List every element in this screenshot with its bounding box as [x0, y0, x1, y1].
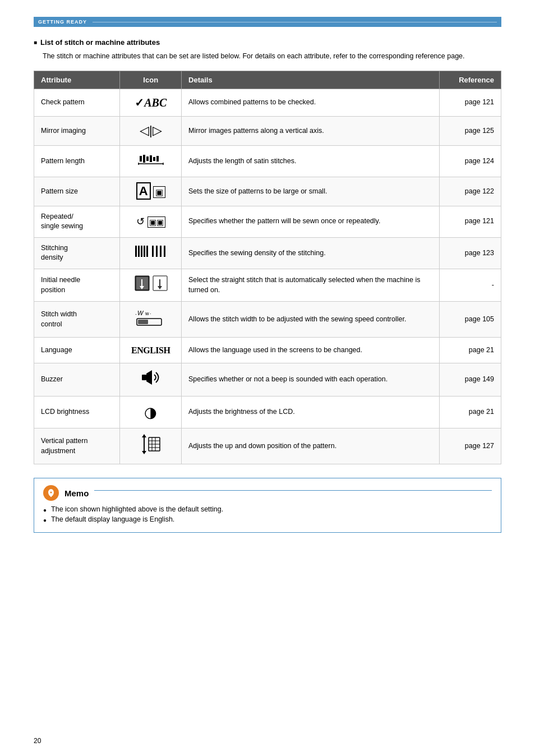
attribute-cell: Check pattern	[34, 89, 120, 116]
svg-rect-4	[153, 157, 155, 161]
memo-items: ●The icon shown highlighted above is the…	[43, 505, 492, 523]
pattern-size-icon: A▣	[120, 177, 182, 206]
svg-text:w: w	[145, 311, 149, 316]
stitching-density-icon	[120, 237, 182, 269]
reference-cell: -	[440, 269, 501, 301]
svg-rect-0	[140, 156, 142, 162]
svg-marker-36	[142, 451, 146, 454]
attribute-cell: Stitch widthcontrol	[34, 302, 120, 338]
details-cell: Adjusts the brightness of the LCD.	[182, 396, 440, 428]
table-row: Buzzer Specifies whether or not a beep i…	[34, 363, 501, 396]
attribute-cell: Repeated/single sewing	[34, 206, 120, 237]
memo-bullet: ●	[43, 507, 47, 513]
svg-rect-16	[160, 246, 162, 257]
attribute-cell: Language	[34, 338, 120, 363]
mirror-imaging-icon: ◁|▷	[120, 116, 182, 145]
vertical-pattern-icon	[120, 428, 182, 464]
memo-bullet: ●	[43, 517, 47, 523]
reference-cell: page 105	[440, 302, 501, 338]
page-container: GETTING READY List of stitch or machine …	[0, 0, 535, 756]
attribute-cell: Pattern size	[34, 177, 120, 206]
col-header-icon: Icon	[120, 71, 182, 89]
repeated-single-icon: ↺ ▣▣	[120, 206, 182, 237]
reference-cell: page 121	[440, 89, 501, 116]
details-cell: Adjusts the up and down position of the …	[182, 428, 440, 464]
buzzer-icon	[120, 363, 182, 396]
reference-cell: page 149	[440, 363, 501, 396]
check-pattern-icon: ✓ABC	[120, 89, 182, 116]
table-row: Pattern sizeA▣Sets the size of patterns …	[34, 177, 501, 206]
page-number: 20	[34, 737, 41, 745]
reference-cell: page 123	[440, 237, 501, 269]
language-icon: ENGLISH	[120, 338, 182, 363]
top-bar-text: GETTING READY	[38, 19, 87, 25]
table-row: Stitch widthcontrol · W w · Allows the s…	[34, 302, 501, 338]
svg-rect-10	[138, 246, 140, 257]
attribute-cell: Mirror imaging	[34, 116, 120, 145]
svg-rect-14	[152, 246, 154, 257]
reference-cell: page 21	[440, 396, 501, 428]
svg-rect-5	[156, 156, 159, 162]
svg-marker-34	[142, 434, 146, 437]
table-row: Check pattern✓ABCAllows combined pattern…	[34, 89, 501, 116]
reference-cell: page 125	[440, 116, 501, 145]
svg-rect-17	[164, 246, 165, 257]
section-title: List of stitch or machine attributes	[34, 38, 501, 47]
svg-text:·: ·	[150, 311, 151, 316]
table-row: Repeated/single sewing↺ ▣▣Specifies whet…	[34, 206, 501, 237]
memo-item: ●The icon shown highlighted above is the…	[43, 505, 492, 513]
svg-point-43	[50, 492, 52, 494]
details-cell: Specifies the sewing density of the stit…	[182, 237, 440, 269]
details-cell: Allows the language used in the screens …	[182, 338, 440, 363]
details-cell: Allows the stitch width to be adjusted w…	[182, 302, 440, 338]
details-cell: Allows combined patterns to be checked.	[182, 89, 440, 116]
svg-rect-11	[141, 246, 142, 257]
reference-cell: page 124	[440, 145, 501, 177]
top-bar: GETTING READY	[34, 17, 501, 27]
svg-rect-12	[144, 246, 145, 257]
pattern-length-icon	[120, 145, 182, 177]
svg-text:·: ·	[135, 311, 137, 317]
svg-marker-32	[146, 370, 152, 385]
details-cell: Adjusts the length of satin stitches.	[182, 145, 440, 177]
initial-needle-icon	[120, 269, 182, 301]
intro-text: The stitch or machine attributes that ca…	[43, 51, 501, 62]
lcd-brightness-icon: ◑	[120, 396, 182, 428]
table-row: LCD brightness◑Adjusts the brightness of…	[34, 396, 501, 428]
memo-text: The default display language is English.	[51, 515, 174, 523]
table-row: Initial needleposition Select the straig…	[34, 269, 501, 301]
svg-rect-13	[146, 246, 148, 257]
memo-box: Memo ●The icon shown highlighted above i…	[34, 478, 501, 533]
details-cell: Specifies whether or not a beep is sound…	[182, 363, 440, 396]
svg-rect-1	[143, 155, 145, 163]
attribute-cell: LCD brightness	[34, 396, 120, 428]
svg-rect-31	[142, 375, 146, 380]
svg-rect-9	[135, 246, 137, 257]
table-row: Stitchingdensity Specifies the	[34, 237, 501, 269]
reference-cell: page 122	[440, 177, 501, 206]
memo-item: ●The default display language is English…	[43, 515, 492, 523]
details-cell: Select the straight stitch that is autom…	[182, 269, 440, 301]
col-header-details: Details	[182, 71, 440, 89]
attribute-cell: Initial needleposition	[34, 269, 120, 301]
memo-text: The icon shown highlighted above is the …	[51, 505, 223, 513]
svg-rect-2	[146, 156, 149, 161]
attributes-table: Attribute Icon Details Reference Check p…	[34, 71, 501, 464]
svg-rect-30	[138, 320, 148, 324]
attribute-cell: Stitchingdensity	[34, 237, 120, 269]
memo-icon	[43, 485, 59, 501]
memo-title: Memo	[64, 488, 89, 498]
details-cell: Mirror images patterns along a vertical …	[182, 116, 440, 145]
attribute-cell: Buzzer	[34, 363, 120, 396]
col-header-reference: Reference	[440, 71, 501, 89]
stitch-width-icon: · W w ·	[120, 302, 182, 338]
col-header-attribute: Attribute	[34, 71, 120, 89]
reference-cell: page 127	[440, 428, 501, 464]
reference-cell: page 121	[440, 206, 501, 237]
reference-cell: page 21	[440, 338, 501, 363]
svg-rect-3	[150, 155, 152, 162]
attribute-cell: Vertical patternadjustment	[34, 428, 120, 464]
attribute-cell: Pattern length	[34, 145, 120, 177]
details-cell: Sets the size of patterns to be large or…	[182, 177, 440, 206]
svg-rect-15	[156, 246, 158, 257]
